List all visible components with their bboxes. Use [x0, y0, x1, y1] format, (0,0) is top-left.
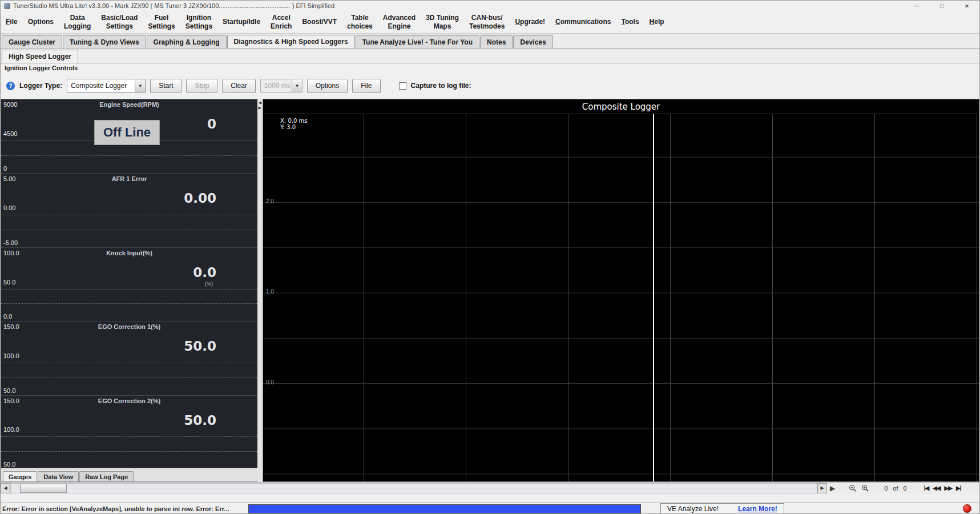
window-title: TunerStudio MS Ultra Lite! v3.3.00 - Mar… [13, 2, 904, 9]
h-scrollbar[interactable] [10, 483, 817, 493]
app-icon [4, 3, 10, 9]
menu-can-bus-testmodes[interactable]: CAN-bus/ Testmodes [464, 13, 510, 31]
logger-type-label: Logger Type: [19, 82, 62, 90]
menu-advanced-engine[interactable]: Advanced Engine [378, 13, 421, 31]
tab-graphing-logging[interactable]: Graphing & Logging [147, 35, 227, 48]
panel-tab-gauges[interactable]: Gauges [3, 471, 37, 481]
page-of-label: of [893, 485, 898, 492]
tab-tuning-dyno-views[interactable]: Tuning & Dyno Views [63, 35, 146, 48]
cursor-readout-x: X: 0.0 ms [280, 118, 307, 124]
gauge-gridline [1, 155, 257, 156]
start-button[interactable]: Start [150, 79, 182, 93]
menu-file[interactable]: File [1, 17, 23, 27]
gauge-panel: 9000 Engine Speed(RPM) 4500 0 0 Off Line… [1, 99, 257, 482]
gauge-gridline [1, 378, 257, 378]
file-button[interactable]: File [352, 79, 380, 93]
gauge-title: AFR 1 Error [1, 175, 257, 182]
panel-tab-raw-log-page[interactable]: Raw Log Page [79, 471, 134, 481]
menu-boost-vvt[interactable]: Boost/VVT [297, 17, 342, 27]
menu-3d-tuning-maps[interactable]: 3D Tuning Maps [421, 13, 464, 31]
gauge-title: EGO Correction 2(%) [1, 397, 257, 404]
zoom-in-icon[interactable] [861, 484, 869, 492]
menu-accel-enrich[interactable]: Accel Enrich [265, 13, 297, 31]
play-button[interactable]: ▶ [830, 484, 835, 492]
gauge-scale-min: 50.0 [3, 387, 15, 394]
menu-ignition-settings[interactable]: Ignition Settings [180, 13, 217, 31]
help-icon[interactable]: ? [6, 82, 15, 90]
gauge-title: Knock Input(%) [1, 250, 257, 256]
chevron-down-icon[interactable]: ▼ [135, 79, 145, 92]
gauge-ego-correction-1: 150.0 EGO Correction 1(%) 100.0 50.0 50.… [1, 321, 257, 395]
menu-options[interactable]: Options [23, 17, 59, 27]
capture-checkbox-label: Capture to log file: [411, 82, 471, 90]
subtab-high-speed-logger[interactable]: High Speed Logger [2, 50, 78, 63]
menu-upgrade[interactable]: Upgrade! [510, 17, 550, 27]
maximize-button[interactable]: □ [929, 1, 954, 11]
ve-analyze-panel: VE Analyze Live! Learn More! [660, 503, 784, 514]
nav-next-button[interactable]: ▶▶ [945, 485, 952, 491]
nav-prev-button[interactable]: ◀◀ [933, 485, 940, 491]
nav-last-button[interactable]: ▶| [956, 485, 961, 491]
menu-communications[interactable]: Communications [550, 17, 616, 27]
gauge-title: Engine Speed(RPM) [1, 101, 257, 108]
tab-devices[interactable]: Devices [513, 35, 552, 48]
gauge-gridline [1, 230, 257, 230]
zoom-out-icon[interactable] [849, 484, 857, 492]
gauge-knock-input: 100.0 Knock Input(%) 50.0 0.0 (%) 0.0 [1, 247, 257, 321]
menu-table-choices[interactable]: Table choices [342, 13, 378, 31]
gauge-gridline [1, 289, 257, 290]
clear-button[interactable]: Clear [222, 79, 256, 93]
interval-select: 1000 ms ▼ [260, 79, 303, 93]
options-button[interactable]: Options [307, 79, 348, 93]
tab-tune-analyze-live[interactable]: Tune Analyze Live! - Tune For You [356, 35, 479, 48]
collapse-right-icon[interactable]: ▶ [259, 105, 261, 110]
gauge-gridline [1, 215, 257, 215]
logger-type-select[interactable]: Composite Logger ▼ [67, 79, 146, 93]
logger-plot[interactable]: X: 0.0 ms Y: 3.0 2.0 1.0 0.0 [263, 114, 979, 481]
tunerstudio-window: TunerStudio MS Ultra Lite! v3.3.00 - Mar… [0, 0, 980, 514]
menu-bar: File Options Data Logging Basic/Load Set… [1, 11, 979, 34]
transport-bar: ◀ ▶ ▶ 0 of 0 |◀ [1, 482, 979, 493]
interval-value: 1000 ms [261, 82, 292, 90]
menu-tools[interactable]: Tools [616, 17, 644, 27]
menu-help[interactable]: Help [644, 17, 670, 27]
nav-first-button[interactable]: |◀ [924, 485, 929, 491]
scroll-right-button[interactable]: ▶ [817, 483, 827, 493]
panel-splitter[interactable]: ◀ ▶ [257, 99, 263, 482]
status-error-text: Error: Error in section [VeAnalyzeMaps],… [1, 505, 248, 512]
gauge-scale-min: 0.0 [3, 313, 12, 320]
learn-more-link[interactable]: Learn More! [738, 505, 777, 513]
cursor-line[interactable] [653, 114, 654, 481]
offline-badge: Off Line [94, 120, 160, 145]
menu-fuel-settings[interactable]: Fuel Settings [143, 13, 180, 31]
menu-basic-load-settings[interactable]: Basic/Load Settings [96, 13, 143, 31]
collapse-left-icon[interactable]: ◀ [259, 100, 261, 105]
menu-data-logging[interactable]: Data Logging [59, 13, 96, 31]
scroll-left-button[interactable]: ◀ [1, 483, 10, 493]
scrollbar-thumb[interactable] [20, 484, 67, 493]
gauge-afr1-error: 5.00 AFR 1 Error 0.00 0.00 -5.00 [1, 173, 257, 247]
composite-logger-panel: Composite Logger X: 0.0 ms Y: 3.0 2.0 1.… [263, 99, 979, 482]
tab-notes[interactable]: Notes [480, 35, 513, 48]
gauge-value: 50.0 [184, 413, 216, 428]
menu-startup-idle[interactable]: Startup/Idle [217, 17, 265, 27]
gauge-scale-min: 50.0 [3, 461, 15, 468]
gauge-value: 50.0 [184, 339, 216, 354]
y-axis-tick: 2.0 [266, 198, 274, 204]
minimize-button[interactable]: ─ [904, 1, 929, 11]
gauge-unit: (%) [205, 281, 213, 287]
capture-checkbox[interactable] [399, 82, 406, 90]
logger-toolbar: ? Logger Type: Composite Logger ▼ Start … [1, 74, 979, 98]
gauge-panel-tab-bar: Gauges Data View Raw Log Page [1, 468, 257, 481]
y-axis-tick: 1.0 [266, 288, 274, 295]
tab-gauge-cluster[interactable]: Gauge Cluster [2, 35, 62, 48]
tab-diagnostics-high-speed-loggers[interactable]: Diagnostics & High Speed Loggers [227, 35, 355, 48]
panel-tab-data-view[interactable]: Data View [38, 471, 79, 481]
progress-bar [248, 504, 641, 513]
close-button[interactable]: ✕ [954, 1, 979, 11]
page-total: 0 [904, 485, 907, 492]
logger-type-value: Composite Logger [67, 82, 135, 90]
record-navigation: |◀ ◀◀ ▶▶ ▶| [924, 485, 961, 491]
gauge-gridline [1, 451, 257, 452]
connection-status-icon[interactable] [963, 504, 971, 513]
